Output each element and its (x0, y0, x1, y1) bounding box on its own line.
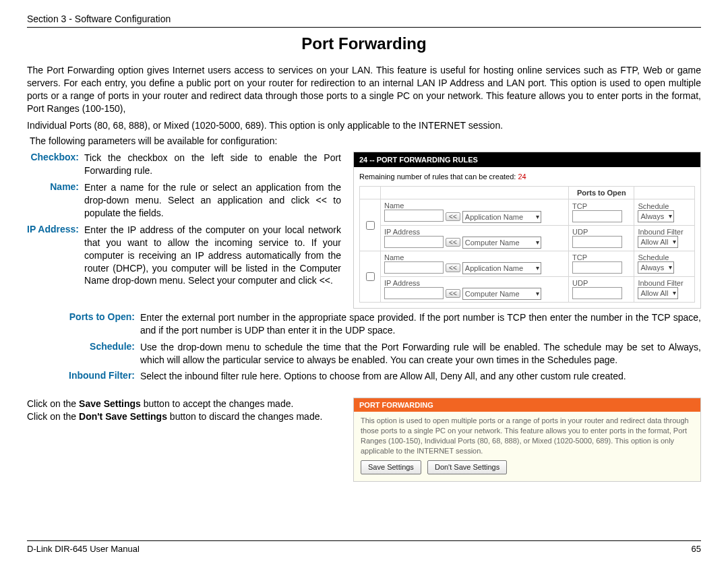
save-info-2b: Don't Save Settings (79, 411, 167, 422)
def-text-inbound: Select the inbound filter rule here. Opt… (140, 370, 701, 383)
th-empty-checkbox (360, 187, 381, 199)
rule1-ip-copy-button[interactable]: << (446, 238, 460, 247)
rule2-ip-copy-button[interactable]: << (446, 289, 460, 298)
pf-panel-header: PORT FORWARDING (354, 398, 700, 412)
rule1-computer-select[interactable]: Computer Name (462, 237, 541, 249)
def-label-ports: Ports to Open: (27, 311, 140, 337)
save-info-text: Click on the Save Settings button to acc… (27, 398, 344, 423)
def-text-schedule: Use the drop-down menu to schedule the t… (140, 341, 701, 367)
intro-paragraph-2: Individual Ports (80, 68, 888), or Mixed… (27, 119, 701, 132)
def-text-ipaddress: Enter the IP address of the computer on … (84, 224, 344, 291)
rule1-schedule-label: Schedule (638, 202, 669, 210)
rule1-udp-label: UDP (572, 228, 588, 236)
save-info-1c: button to accept the changes made. (141, 398, 294, 409)
def-label-inbound: Inbound Filter: (27, 370, 140, 383)
def-text-name: Enter a name for the rule or select an a… (84, 181, 344, 224)
th-empty-sched (634, 187, 695, 199)
save-info-2a: Click on the (27, 411, 79, 422)
rule1-tcp-label: TCP (572, 202, 587, 210)
rule1-inbound-label: Inbound Filter (638, 228, 683, 236)
rule2-udp-label: UDP (572, 279, 588, 287)
rule2-name-copy-button[interactable]: << (446, 263, 460, 272)
rules-panel-header: 24 -- PORT FORWARDING RULES (354, 152, 700, 167)
save-settings-button[interactable]: Save Settings (361, 460, 421, 474)
intro-paragraph-1: The Port Forwarding option gives Interne… (27, 64, 701, 115)
rule1-inbound-select[interactable]: Allow All (638, 236, 678, 248)
rule2-ip-label: IP Address (384, 279, 420, 287)
def-label-checkbox: Checkbox: (27, 152, 84, 181)
footer-page-number: 65 (692, 544, 701, 554)
pf-panel-body-text: This option is used to open multiple por… (361, 416, 694, 456)
rule2-application-select[interactable]: Application Name (462, 262, 541, 274)
rule1-schedule-select[interactable]: Always (638, 210, 674, 222)
def-label-ipaddress: IP Address: (27, 224, 84, 291)
section-header: Section 3 - Software Configuration (27, 13, 701, 28)
save-info-2c: button to discard the changes made. (167, 411, 322, 422)
screenshot-rules-panel: 24 -- PORT FORWARDING RULES Remaining nu… (353, 152, 701, 308)
rule2-ip-input[interactable] (384, 287, 444, 299)
page-title: Port Forwarding (27, 34, 701, 53)
rule1-ip-label: IP Address (384, 228, 420, 236)
rule2-inbound-label: Inbound Filter (638, 279, 683, 287)
rule2-name-input[interactable] (384, 261, 444, 274)
rule1-name-input[interactable] (384, 210, 444, 222)
def-text-ports: Enter the external port number in the ap… (140, 311, 701, 337)
rule2-name-label: Name (384, 253, 404, 261)
rule2-tcp-input[interactable] (572, 261, 622, 274)
remaining-rules-text: Remaining number of rules that can be cr… (359, 173, 695, 181)
remaining-rules-count: 24 (518, 173, 526, 181)
th-ports-to-open: Ports to Open (569, 187, 634, 199)
screenshot-port-forwarding-panel: PORT FORWARDING This option is used to o… (353, 398, 701, 481)
save-info-1b: Save Settings (79, 398, 141, 409)
rule1-enable-checkbox[interactable] (366, 221, 375, 230)
rule1-name-label: Name (384, 201, 404, 210)
rule2-schedule-label: Schedule (638, 253, 669, 261)
rule1-tcp-input[interactable] (572, 210, 622, 222)
def-label-name: Name: (27, 181, 84, 224)
rule2-schedule-select[interactable]: Always (638, 261, 674, 274)
rule2-enable-checkbox[interactable] (366, 272, 375, 281)
rule2-computer-select[interactable]: Computer Name (462, 288, 541, 300)
rule1-application-select[interactable]: Application Name (462, 211, 541, 223)
rule2-udp-input[interactable] (572, 287, 622, 299)
rule1-ip-input[interactable] (384, 236, 444, 248)
def-text-checkbox: Tick the checkbox on the left side to en… (84, 152, 344, 181)
rule1-udp-input[interactable] (572, 236, 622, 248)
rule2-tcp-label: TCP (572, 253, 587, 261)
def-label-schedule: Schedule: (27, 341, 140, 367)
config-intro-line: The following parameters will be availab… (30, 135, 701, 146)
th-empty-name (381, 187, 569, 199)
rule1-name-copy-button[interactable]: << (446, 212, 460, 221)
remaining-rules-label: Remaining number of rules that can be cr… (359, 173, 518, 181)
rule2-inbound-select[interactable]: Allow All (638, 287, 678, 299)
dont-save-settings-button[interactable]: Don't Save Settings (427, 460, 507, 474)
footer-manual-name: D-Link DIR-645 User Manual (27, 544, 140, 554)
save-info-1a: Click on the (27, 398, 79, 409)
